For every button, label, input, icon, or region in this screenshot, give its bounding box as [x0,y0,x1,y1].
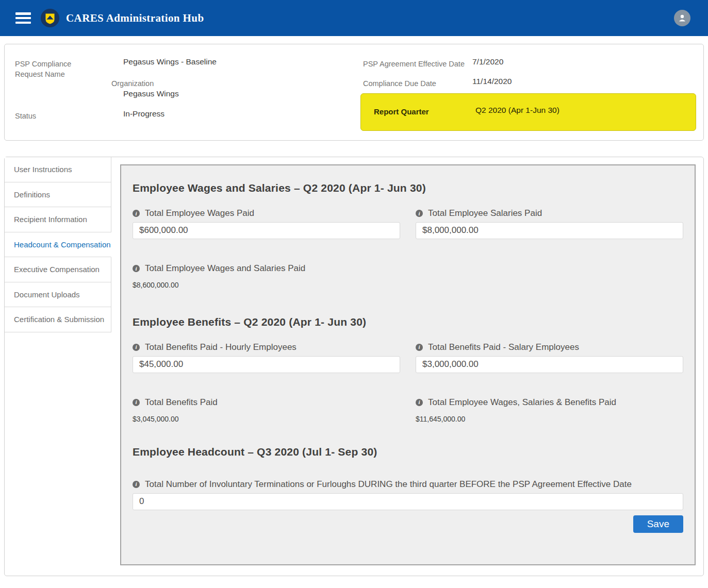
wages-paid-label: Total Employee Wages Paid [145,208,254,220]
tab-recipient-information[interactable]: Recipient Information [5,207,111,232]
tab-user-instructions[interactable]: User Instructions [5,157,111,182]
info-icon: i [416,344,423,351]
request-name-label: PSP Compliance Request Name [15,59,100,80]
status-label: Status [15,111,36,121]
salaries-paid-label-row: i Total Employee Salaries Paid [416,208,683,220]
status-value: In-Progress [123,109,164,119]
benefits-total-label: Total Benefits Paid [145,397,218,409]
salaries-paid-label: Total Employee Salaries Paid [428,208,542,220]
wages-salaries-total-label-row: i Total Employee Wages and Salaries Paid [133,263,683,275]
effective-date-label: PSP Agreement Effective Date [363,59,465,69]
save-button[interactable]: Save [633,515,683,533]
report-quarter-value: Q2 2020 (Apr 1-Jun 30) [475,106,559,115]
tab-definitions[interactable]: Definitions [5,182,111,208]
benefits-salary-field: i Total Benefits Paid - Salary Employees [416,342,683,373]
headcount-section-heading: Employee Headcount – Q3 2020 (Jul 1- Sep… [133,446,683,458]
benefits-hourly-input[interactable] [133,356,400,373]
grand-total-label-row: i Total Employee Wages, Salaries & Benef… [416,397,683,409]
report-quarter-highlight: Report Quarter Q2 2020 (Apr 1-Jun 30) [360,93,696,131]
tab-document-uploads[interactable]: Document Uploads [5,282,111,308]
app-header: CARES Administration Hub [0,0,708,36]
user-account-icon[interactable] [674,10,690,26]
wages-salaries-total-value: $8,600,000.00 [133,281,683,289]
benefits-hourly-label: Total Benefits Paid - Hourly Employees [145,342,297,354]
terminations-label: Total Number of Involuntary Terminations… [145,479,632,491]
benefits-total-value: $3,045,000.00 [133,415,400,423]
info-icon: i [133,265,140,272]
benefits-total-label-row: i Total Benefits Paid [133,397,400,409]
grand-total-field: i Total Employee Wages, Salaries & Benef… [416,397,683,423]
benefits-hourly-label-row: i Total Benefits Paid - Hourly Employees [133,342,400,354]
info-icon: i [133,399,140,406]
terminations-field: i Total Number of Involuntary Terminatio… [133,479,683,510]
wages-paid-label-row: i Total Employee Wages Paid [133,208,400,220]
wages-salaries-total-label: Total Employee Wages and Salaries Paid [145,263,305,275]
info-icon: i [133,210,140,217]
organization-label: Organization [111,78,154,89]
benefits-hourly-field: i Total Benefits Paid - Hourly Employees [133,342,400,373]
request-name-value: Pegasus Wings - Baseline [123,57,217,66]
wages-paid-input[interactable] [133,222,400,239]
compliance-summary-card: PSP Compliance Request Name Pegasus Wing… [4,44,704,141]
salaries-paid-input[interactable] [416,222,683,239]
tab-headcount-compensation[interactable]: Headcount & Compensation [5,232,111,258]
salaries-paid-field: i Total Employee Salaries Paid [416,208,683,239]
due-date-label: Compliance Due Date [363,78,436,89]
tab-executive-compensation[interactable]: Executive Compensation [5,257,111,282]
info-icon: i [133,481,140,488]
due-date-value: 11/14/2020 [472,77,512,86]
section-nav: User Instructions Definitions Recipient … [5,157,111,332]
terminations-label-row: i Total Number of Involuntary Terminatio… [133,479,638,491]
headcount-compensation-panel: Employee Wages and Salaries – Q2 2020 (A… [120,164,696,565]
info-icon: i [416,210,423,217]
app-title: CARES Administration Hub [66,12,204,25]
benefits-section-heading: Employee Benefits – Q2 2020 (Apr 1- Jun … [133,316,683,328]
grand-total-value: $11,645,000.00 [416,415,683,423]
app-logo-shield-icon [40,8,60,28]
wages-section-heading: Employee Wages and Salaries – Q2 2020 (A… [133,182,683,194]
report-quarter-label: Report Quarter [374,107,429,116]
info-icon: i [416,399,423,406]
benefits-salary-label: Total Benefits Paid - Salary Employees [428,342,579,354]
benefits-salary-input[interactable] [416,356,683,373]
wages-paid-field: i Total Employee Wages Paid [133,208,400,239]
effective-date-value: 7/1/2020 [472,57,503,66]
hamburger-menu-icon[interactable] [15,12,31,24]
organization-value: Pegasus Wings [123,89,179,98]
info-icon: i [133,344,140,351]
main-content-card: User Instructions Definitions Recipient … [4,157,704,576]
grand-total-label: Total Employee Wages, Salaries & Benefit… [428,397,616,409]
wages-salaries-total-field: i Total Employee Wages and Salaries Paid… [133,263,683,289]
benefits-salary-label-row: i Total Benefits Paid - Salary Employees [416,342,683,354]
terminations-input[interactable] [133,493,683,510]
tab-certification-submission[interactable]: Certification & Submission [5,307,111,332]
benefits-total-field: i Total Benefits Paid $3,045,000.00 [133,397,400,423]
